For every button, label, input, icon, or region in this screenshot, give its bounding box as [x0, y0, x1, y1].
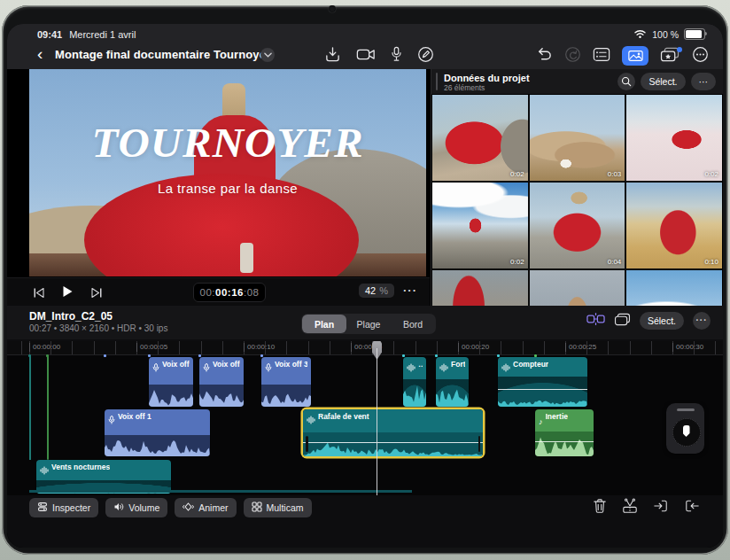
insert-left-button[interactable]	[653, 499, 669, 517]
ruler-timestamp: 00:00:10	[244, 343, 275, 352]
browser-more-button[interactable]: ···	[691, 73, 717, 90]
timecode-display[interactable]: 00:00:16:08	[193, 283, 266, 302]
connect-clip-button[interactable]	[586, 312, 605, 330]
title-menu-button[interactable]	[260, 48, 275, 62]
zoom-level-control[interactable]: 42%	[359, 284, 394, 298]
tab-plan[interactable]: Plan	[302, 315, 346, 333]
overlay-button[interactable]	[614, 313, 631, 330]
markup-button[interactable]	[417, 46, 434, 66]
trim-handle-right[interactable]	[478, 436, 481, 452]
media-thumbnail[interactable]: 0:02	[626, 95, 722, 181]
timeline-clip[interactable]: Compteur	[498, 357, 587, 407]
media-thumbnail[interactable]: 0:04	[530, 183, 625, 268]
video-preview[interactable]: TOURNOYER La transe par la danse	[29, 69, 426, 276]
timeline-more-button[interactable]: ···	[693, 312, 711, 330]
wave-icon	[307, 412, 315, 428]
edge-marker	[260, 354, 263, 357]
trim-mode-tabs: PlanPlageBord	[301, 314, 436, 334]
volume-line[interactable]	[303, 442, 483, 443]
timeline-clip[interactable]: Rafale de vent	[303, 409, 483, 456]
chevron-down-icon	[264, 52, 272, 58]
timeline-clip[interactable]: Voix off 2	[199, 357, 244, 407]
battery-icon	[684, 28, 705, 40]
timeline-clip[interactable]: Voix off 1	[105, 409, 210, 456]
media-thumbnail[interactable]: 0:03	[530, 95, 625, 181]
media-thumbnail[interactable]: 0:02	[432, 95, 528, 181]
mic-icon	[108, 412, 115, 428]
jog-wheel[interactable]	[666, 403, 704, 454]
timecode-main: 00:16	[215, 287, 244, 298]
notification-dot	[677, 47, 682, 52]
trim-handle-left[interactable]	[306, 436, 308, 452]
media-thumbnail[interactable]	[530, 270, 625, 306]
fade-overlay	[498, 377, 587, 407]
clip-waveform	[403, 379, 426, 407]
jog-wheel-dial[interactable]	[672, 418, 701, 447]
media-thumbnail-grid: 0:020:030:020:020:040:10	[432, 95, 722, 306]
play-button[interactable]	[62, 285, 74, 301]
clip-waveform	[149, 385, 193, 407]
volume-button[interactable]: Volume	[105, 498, 167, 517]
fade-overlay	[436, 379, 469, 407]
inspecter-button[interactable]: Inspecter	[29, 498, 98, 517]
skip-forward-button[interactable]	[91, 285, 102, 301]
voiceover-button[interactable]	[391, 46, 402, 66]
undo-button[interactable]	[536, 46, 553, 66]
media-browser-button[interactable]	[622, 46, 648, 66]
media-thumbnail[interactable]: 0:10	[626, 183, 722, 268]
fade-overlay	[403, 379, 426, 407]
app-toolbar: ‹ Montage final documentaire Tournoyer	[7, 43, 723, 69]
media-thumbnail[interactable]	[626, 270, 722, 306]
clip-label: Voix off 1	[118, 412, 151, 421]
redo-button[interactable]	[564, 46, 581, 66]
timeline-clip[interactable]: ♪Inertie	[535, 409, 594, 456]
wifi-icon	[633, 29, 647, 39]
timeline-ruler[interactable]: 00:00:0000:00:0500:00:1000:00:1500:00:20…	[7, 341, 723, 355]
skip-back-button[interactable]	[34, 285, 44, 301]
delete-button[interactable]	[593, 498, 607, 517]
browser-toggle-button[interactable]	[593, 47, 610, 66]
timeline-clip[interactable]: Voix off 3	[261, 357, 311, 407]
timeline-clip-name: DM_Intro_C2_05	[29, 310, 113, 323]
tool-label: Multicam	[267, 502, 304, 513]
timeline-header: DM_Intro_C2_05 00:27 • 3840 × 2160 • HDR…	[7, 306, 723, 339]
record-button[interactable]	[356, 48, 376, 65]
mic-icon	[265, 360, 272, 376]
timeline-select-button[interactable]: Sélect.	[640, 312, 684, 330]
scissors-clip-icon	[622, 498, 638, 514]
import-button[interactable]	[324, 46, 341, 66]
timeline-clip[interactable]: …	[403, 357, 426, 407]
clip-label: Vents nocturnes	[51, 463, 110, 471]
clip-waveform	[498, 377, 587, 407]
panel-resize-handle[interactable]	[436, 73, 438, 90]
clip-label: Inertie	[546, 412, 569, 421]
volume-line[interactable]	[535, 441, 594, 442]
search-button[interactable]	[617, 73, 635, 90]
more-options-button[interactable]	[692, 46, 709, 66]
preview-dancer-legs	[240, 243, 253, 273]
media-thumbnail[interactable]	[432, 270, 528, 306]
split-button[interactable]	[622, 498, 638, 517]
insert-right-button[interactable]	[684, 499, 700, 517]
media-thumbnail[interactable]: 0:02	[432, 183, 528, 268]
animer-button[interactable]: Animer	[175, 498, 236, 517]
timeline-clip[interactable]: Voix off 2	[149, 357, 193, 407]
keyframe-icon	[182, 502, 194, 514]
back-chevron-icon[interactable]: ‹	[37, 44, 43, 64]
mic-icon	[203, 360, 210, 376]
project-title[interactable]: Montage final documentaire Tournoyer	[55, 48, 270, 61]
timeline-clip[interactable]: Fort…	[436, 357, 469, 407]
tab-bord[interactable]: Bord	[391, 315, 435, 333]
effects-button[interactable]	[660, 47, 680, 65]
project-media-browser: Données du projet 26 éléments Sélect. ··…	[431, 69, 723, 306]
timeline-clip[interactable]: Vents nocturnes	[36, 460, 171, 494]
zoom-value: 42	[365, 285, 376, 296]
volume-line[interactable]	[498, 389, 587, 390]
multicam-button[interactable]: Multicam	[244, 498, 312, 517]
tab-plage[interactable]: Plage	[346, 315, 391, 333]
insert-left-icon	[653, 499, 669, 513]
viewer-more-button[interactable]: ···	[403, 286, 417, 295]
edge-marker	[104, 354, 106, 357]
timeline-toolbar: InspecterVolumeAnimerMulticam	[29, 498, 312, 517]
browser-select-button[interactable]: Sélect.	[641, 73, 685, 90]
